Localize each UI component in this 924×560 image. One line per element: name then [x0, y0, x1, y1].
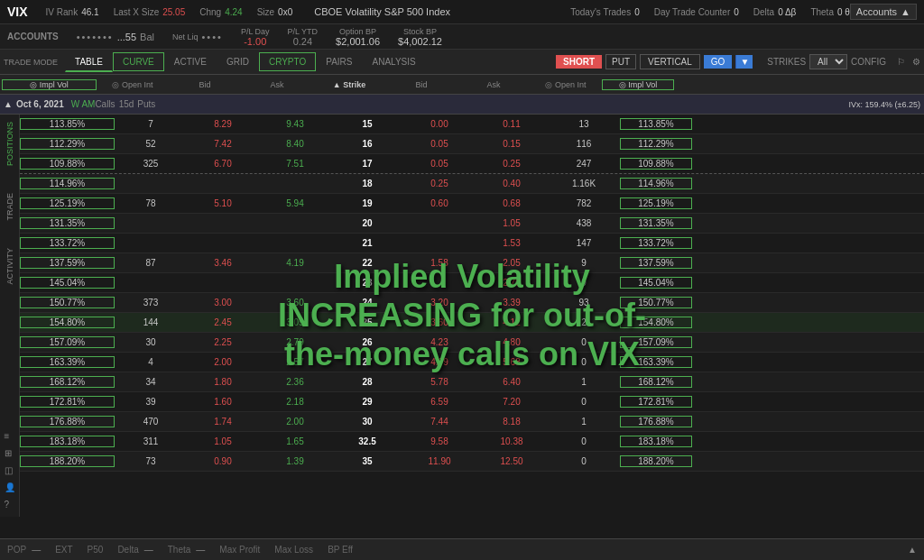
- scroll-up-icon: ▲: [908, 545, 917, 555]
- day-trade-counter-stat: Day Trade Counter 0: [654, 7, 739, 17]
- ask-left-cell: 9.43: [259, 119, 331, 129]
- table-row[interactable]: 157.09% 30 2.25 2.79 26 4.23 4.80 0 157.…: [20, 333, 924, 353]
- sidebar-icon-help[interactable]: ?: [5, 500, 15, 510]
- pop-label: POP: [7, 545, 26, 555]
- expiry-row: ▲ Oct 6, 2021 W AM Calls 15d Puts IVx: 1…: [0, 95, 924, 115]
- open-int-right-cell: 116: [548, 139, 620, 149]
- table-row[interactable]: 113.85% 7 8.29 9.43 15 0.00 0.11 13 113.…: [20, 115, 924, 134]
- table-row[interactable]: 183.18% 311 1.05 1.65 32.5 9.58 10.38 0 …: [20, 432, 924, 452]
- table-row[interactable]: 125.19% 78 5.10 5.94 19 0.60 0.68 782 12…: [20, 194, 924, 214]
- ask-right-cell: 8.18: [476, 417, 548, 427]
- ask-right-cell: 2.05: [476, 258, 548, 268]
- open-int-right-cell: 1: [548, 377, 620, 387]
- sidebar-icon-grid[interactable]: ⊞: [5, 448, 15, 458]
- bid-right-cell: 0.60: [403, 198, 476, 208]
- open-int-right-cell: 2: [548, 317, 620, 327]
- strike-cell[interactable]: 30: [331, 417, 403, 427]
- strike-cell[interactable]: 35: [331, 456, 403, 466]
- sidebar-icon-chart[interactable]: ◫: [5, 465, 15, 475]
- table-row[interactable]: 172.81% 39 1.60 2.18 29 6.59 7.20 0 172.…: [20, 392, 924, 412]
- left-sidebar: POSITIONS TRADE ACTIVITY ≡ ⊞ ◫ 👤 ?: [0, 115, 20, 517]
- delta-stat: Delta 0 Δβ: [753, 7, 797, 17]
- table-row[interactable]: 145.04% 23 2.70 9 145.04%: [20, 273, 924, 293]
- strike-cell[interactable]: 27: [331, 357, 403, 367]
- tab-active[interactable]: ACTIVE: [164, 52, 217, 71]
- sidebar-positions[interactable]: POSITIONS: [5, 122, 14, 166]
- bid-left-cell: 5.10: [187, 198, 259, 208]
- strike-cell[interactable]: 21: [331, 238, 403, 248]
- strike-cell[interactable]: 29: [331, 397, 403, 407]
- open-int-left-cell: 4: [115, 357, 187, 367]
- strike-cell[interactable]: 16: [331, 139, 403, 149]
- ask-left-cell: 1.65: [259, 436, 331, 446]
- table-row[interactable]: 150.77% 373 3.00 3.60 24 3.20 3.39 93 15…: [20, 293, 924, 313]
- strike-cell[interactable]: 23: [331, 278, 403, 288]
- open-int-right-cell: 9: [548, 258, 620, 268]
- ask-left-cell: 2.57: [259, 357, 331, 367]
- scroll-up-button[interactable]: ▲: [908, 545, 917, 555]
- strike-cell[interactable]: 32.5: [331, 436, 403, 446]
- strike-cell[interactable]: 26: [331, 337, 403, 347]
- strikes-select[interactable]: All 10 20: [809, 54, 847, 69]
- sidebar-trade[interactable]: TRADE: [5, 193, 14, 221]
- chevron-up-icon: ▲: [901, 6, 910, 17]
- table-row[interactable]: 112.29% 52 7.42 8.40 16 0.05 0.15 116 11…: [20, 134, 924, 154]
- go-dropdown-button[interactable]: ▼: [735, 55, 753, 69]
- p50-item: P50: [88, 545, 104, 555]
- table-row[interactable]: 137.59% 87 3.46 4.19 22 1.58 2.05 9 137.…: [20, 253, 924, 273]
- table-row[interactable]: 114.96% 18 0.25 0.40 1.16K 114.96%: [20, 174, 924, 194]
- tab-curve[interactable]: CURVE: [113, 52, 164, 71]
- trade-mode-label: TRADE MODE: [4, 58, 58, 67]
- impl-vol-left-cell: 145.04%: [20, 277, 115, 289]
- table-row[interactable]: 131.35% 20 1.05 438 131.35%: [20, 214, 924, 234]
- filter-icon[interactable]: ⚐: [897, 57, 905, 67]
- table-area: POSITIONS TRADE ACTIVITY ≡ ⊞ ◫ 👤 ? 113.8…: [0, 115, 924, 517]
- strike-cell[interactable]: 15: [331, 119, 403, 129]
- ask-left-cell: 8.40: [259, 139, 331, 149]
- table-row[interactable]: 109.88% 325 6.70 7.51 17 0.05 0.25 247 1…: [20, 154, 924, 174]
- put-button[interactable]: PUT: [605, 54, 636, 69]
- strike-cell[interactable]: 18: [331, 179, 403, 188]
- ask-right-cell: 10.38: [476, 436, 548, 446]
- net-liq-value: ...55: [117, 32, 136, 42]
- impl-vol-left-cell: 114.96%: [20, 178, 115, 189]
- go-button[interactable]: GO: [704, 55, 733, 69]
- net-liq-label: Net Liq: [172, 32, 199, 41]
- ask-left-cell: 7.51: [259, 159, 331, 169]
- column-headers: ◎ Impl Vol ◎ Open Int Bid Ask ▲ Strike B…: [0, 75, 924, 95]
- table-row[interactable]: 176.88% 470 1.74 2.00 30 7.44 8.18 1 176…: [20, 412, 924, 432]
- ask-right-cell: 7.20: [476, 397, 548, 407]
- bid-left-cell: 2.25: [187, 337, 259, 347]
- sidebar-icon-bars[interactable]: ≡: [5, 431, 15, 441]
- tab-crypto[interactable]: CRYPTO: [259, 52, 316, 71]
- strike-cell[interactable]: 19: [331, 198, 403, 208]
- table-row[interactable]: 168.12% 34 1.80 2.36 28 5.78 6.40 1 168.…: [20, 372, 924, 392]
- sidebar-icon-person[interactable]: 👤: [5, 482, 15, 492]
- strike-cell[interactable]: 20: [331, 218, 403, 228]
- tab-pairs[interactable]: PAIRS: [316, 52, 362, 71]
- accounts-button[interactable]: Accounts ▲: [850, 4, 917, 20]
- strike-cell[interactable]: 22: [331, 258, 403, 268]
- strike-cell[interactable]: 28: [331, 377, 403, 387]
- short-button[interactable]: SHORT: [556, 55, 602, 69]
- strike-cell[interactable]: 24: [331, 298, 403, 308]
- col-impl-vol-right: ◎ Impl Vol: [602, 79, 674, 90]
- strike-cell[interactable]: 17: [331, 159, 403, 169]
- open-int-right-cell: 782: [548, 198, 620, 208]
- options-table[interactable]: 113.85% 7 8.29 9.43 15 0.00 0.11 13 113.…: [20, 115, 924, 517]
- sidebar-activity[interactable]: ACTIVITY: [5, 248, 14, 285]
- table-row[interactable]: 154.80% 144 2.45 3.05 25 3.60 4.12 2 154…: [20, 313, 924, 333]
- bid-left-cell: 1.05: [187, 436, 259, 446]
- gear-icon[interactable]: ⚙: [912, 57, 920, 67]
- tab-analysis[interactable]: ANALYSIS: [363, 52, 426, 71]
- impl-vol-right-cell: 112.29%: [620, 138, 692, 150]
- open-int-right-cell: 0: [548, 436, 620, 446]
- vertical-button[interactable]: VERTICAL: [640, 54, 700, 69]
- tab-grid[interactable]: GRID: [217, 52, 259, 71]
- tab-table[interactable]: TABLE: [65, 52, 113, 72]
- table-row[interactable]: 163.39% 4 2.00 2.57 27 4.99 5.68 0 163.3…: [20, 353, 924, 372]
- table-row[interactable]: 188.20% 73 0.90 1.39 35 11.90 12.50 0 18…: [20, 452, 924, 472]
- last-x-stat: Last X Size 25.05: [114, 7, 186, 17]
- table-row[interactable]: 133.72% 21 1.53 147 133.72%: [20, 234, 924, 253]
- strike-cell[interactable]: 25: [331, 317, 403, 327]
